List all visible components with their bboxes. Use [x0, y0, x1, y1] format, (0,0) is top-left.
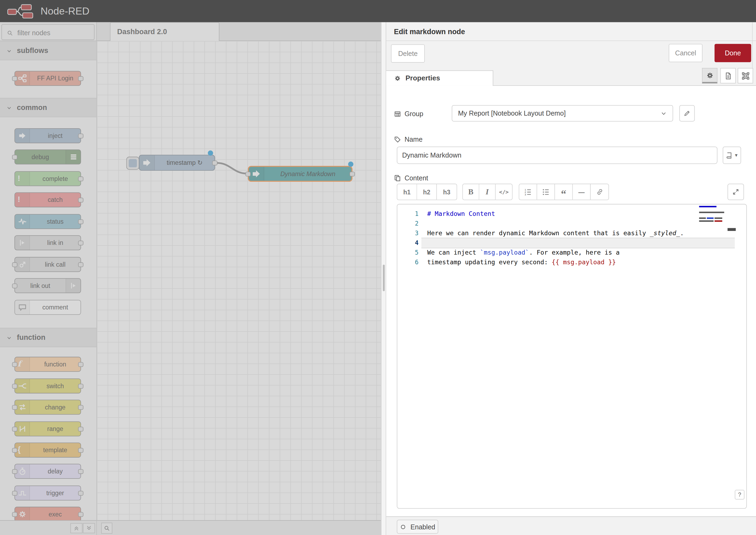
expand-all-button[interactable] [83, 523, 95, 533]
palette-filter-input[interactable] [16, 27, 86, 39]
input-port[interactable] [245, 172, 251, 176]
palette-node-ff-api-login[interactable]: FF API Login [14, 71, 81, 86]
palette-node-trigger[interactable]: trigger [14, 486, 81, 501]
editor-lines: 1# Markdown Content23Here we can render … [397, 209, 746, 267]
tray-resize-handle[interactable] [381, 22, 386, 535]
done-button[interactable]: Done [714, 44, 751, 62]
tab-label: Dashboard 2.0 [117, 27, 167, 36]
collapse-all-button[interactable] [70, 523, 83, 533]
markdown-code-editor[interactable]: 1# Markdown Content23Here we can render … [397, 204, 747, 509]
name-type-button[interactable]: ▼ [723, 147, 741, 164]
properties-tab-button[interactable] [702, 68, 717, 83]
palette-node-template[interactable]: {template [14, 442, 81, 458]
palette-node-status[interactable]: status [14, 214, 81, 229]
palette-node-complete[interactable]: !complete [14, 171, 81, 186]
palette-category-common[interactable]: common [0, 98, 97, 117]
palette-node-label: function [30, 357, 80, 371]
palette-node-label: link in [30, 236, 80, 250]
editor-line-2[interactable]: 2 [397, 219, 746, 229]
inject-arrow-icon [17, 131, 27, 140]
palette-node-function[interactable]: ffunction [14, 357, 81, 372]
blockquote-button[interactable]: “ [555, 184, 573, 200]
palette-node-inject[interactable]: inject [14, 128, 81, 143]
output-port [78, 219, 84, 224]
editor-line-4[interactable]: 4 [397, 238, 746, 248]
output-port[interactable] [212, 160, 217, 165]
palette-node-delay[interactable]: delay [14, 464, 81, 479]
palette-node-switch[interactable]: switch [14, 379, 81, 394]
palette-node-debug[interactable]: debug [14, 150, 81, 164]
edit-group-button[interactable] [679, 105, 695, 122]
search-box[interactable] [1, 24, 94, 40]
flow-node-dynamic-markdown[interactable]: Dynamic Markdown [248, 166, 352, 182]
italic-button[interactable]: I [479, 184, 496, 200]
list-buttons-group: 123 “ — [519, 183, 609, 200]
output-port[interactable] [350, 172, 355, 176]
enabled-label: Enabled [410, 523, 435, 531]
editor-minimap[interactable] [699, 206, 727, 235]
editor-line-6[interactable]: 6timestamp updating every second: {{ msg… [397, 258, 746, 267]
tab-dashboard-2-0[interactable]: Dashboard 2.0 [110, 22, 219, 41]
cancel-button[interactable]: Cancel [669, 44, 703, 62]
name-input[interactable] [397, 147, 717, 164]
editor-line-5[interactable]: 5We can inject `msg.payload`. For exampl… [397, 248, 746, 258]
name-field-label: Name [394, 134, 422, 145]
expand-icon [732, 188, 740, 196]
node-icon-section [15, 300, 30, 314]
range-scale-icon [17, 424, 27, 434]
code-button[interactable]: </> [496, 184, 512, 200]
link-button[interactable] [591, 184, 608, 200]
node-icon-section [66, 279, 81, 293]
flow-node-timestamp[interactable]: timestamp ↻ [139, 155, 215, 171]
switch-fork-icon [17, 381, 27, 391]
palette-node-link-in[interactable]: link in [14, 235, 81, 250]
palette-node-label: range [30, 422, 80, 436]
workspace-grid[interactable]: timestamp ↻ Dynamic Markdown [97, 41, 381, 520]
line-number: 2 [397, 219, 419, 229]
caret-down-icon: ▼ [734, 153, 738, 157]
node-label: timestamp ↻ [155, 159, 214, 166]
tab-properties[interactable]: Properties [386, 70, 493, 86]
ul-icon [542, 188, 550, 196]
palette-category-subflows[interactable]: subflows [0, 41, 97, 60]
description-tab-button[interactable] [720, 68, 736, 83]
palette-node-range[interactable]: range [14, 421, 81, 436]
appearance-tab-button[interactable] [738, 68, 753, 83]
canvas-scrollbar-thumb[interactable] [383, 265, 385, 292]
palette-node-link-call[interactable]: link call [14, 257, 81, 272]
enabled-toggle-button[interactable]: Enabled [397, 520, 438, 534]
editor-line-1[interactable]: 1# Markdown Content [397, 209, 746, 219]
group-label-text: Group [405, 110, 423, 118]
h2-button[interactable]: h2 [417, 184, 437, 200]
h3-button[interactable]: h3 [437, 184, 457, 200]
palette-node-change[interactable]: change [14, 400, 81, 415]
line-number: 6 [397, 258, 419, 267]
ordered-list-button[interactable]: 123 [519, 184, 537, 200]
bold-button[interactable]: B [463, 184, 479, 200]
double-chevron-down-icon [86, 525, 92, 531]
group-field-label: Group [394, 109, 423, 119]
input-port [12, 384, 17, 389]
palette-node-comment[interactable]: comment [14, 300, 81, 315]
delete-button[interactable]: Delete [391, 44, 425, 63]
group-select[interactable]: My Report [Notebook Layout Demo] [452, 105, 673, 122]
editor-help-button[interactable]: ? [735, 490, 744, 499]
chevron-down-icon [6, 48, 13, 55]
unordered-list-button[interactable] [537, 184, 555, 200]
content-label-text: Content [405, 174, 428, 182]
palette-category-function[interactable]: function [0, 328, 97, 347]
editor-line-3[interactable]: 3Here we can render dynamic Markdown con… [397, 229, 746, 238]
h1-button[interactable]: h1 [397, 184, 417, 200]
view-navigator-button[interactable] [101, 522, 112, 534]
gear-icon [394, 75, 401, 82]
palette-node-catch[interactable]: !catch [14, 192, 81, 208]
palette-node-link-out[interactable]: link out [14, 278, 81, 293]
output-port [78, 469, 84, 474]
node-red-logo-icon [7, 4, 37, 19]
expand-editor-button[interactable] [727, 183, 744, 200]
inject-trigger-button[interactable] [126, 157, 139, 170]
node-label: Dynamic Markdown [264, 170, 352, 178]
palette-node-exec[interactable]: exec [14, 507, 81, 520]
horizontal-rule-button[interactable]: — [573, 184, 591, 200]
chevron-down-icon [6, 335, 13, 341]
